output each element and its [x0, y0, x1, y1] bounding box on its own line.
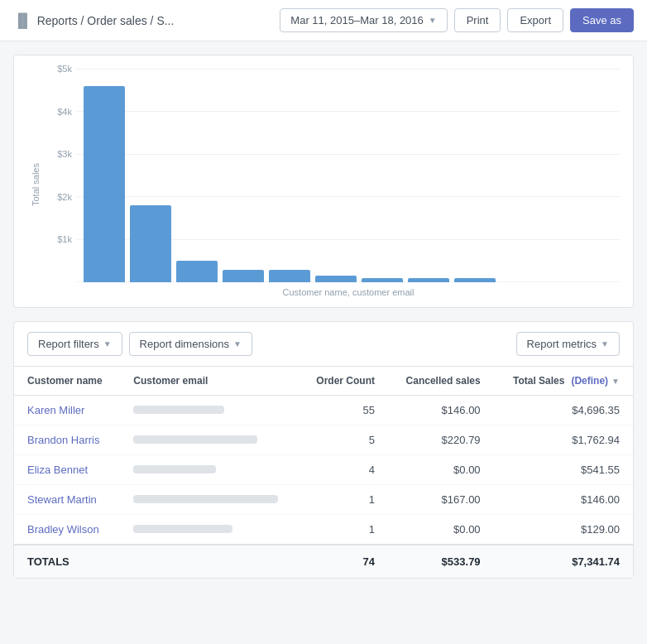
order-count-cell: 4	[300, 455, 388, 485]
bars-area	[77, 69, 620, 282]
totals-cancelled-sales: $533.79	[388, 545, 494, 578]
chart-bar	[454, 278, 496, 282]
total-sales-cell: $541.55	[494, 455, 633, 485]
data-table: Customer name Customer email Order Count…	[14, 367, 633, 578]
chevron-down-icon: ▼	[233, 339, 242, 348]
email-blur	[133, 435, 257, 444]
chart-grid: $5k $4k $3k $2k $1k	[44, 69, 620, 282]
order-count-cell: 1	[300, 485, 388, 515]
y-label-5k: $5k	[44, 64, 77, 74]
customer-email-cell	[120, 396, 299, 425]
email-blur	[133, 406, 224, 414]
chart-bar	[269, 270, 310, 282]
x-axis-label: Customer name, customer email	[44, 282, 620, 300]
email-blur	[133, 465, 216, 473]
total-sales-cell: $129.00	[494, 515, 633, 545]
save-as-button[interactable]: Save as	[570, 8, 634, 32]
table-row: Bradley Wilson1$0.00$129.00	[14, 515, 633, 545]
email-blur	[133, 525, 232, 533]
y-labels: $5k $4k $3k $2k $1k	[44, 69, 77, 282]
order-count-cell: 1	[300, 515, 388, 545]
table-row: Brandon Harris5$220.79$1,762.94	[14, 425, 633, 455]
bar-chart: Total sales $5k $4k $3k $2k $1k	[27, 69, 620, 300]
y-label-4k: $4k	[44, 107, 77, 117]
chevron-down-icon: ▼	[601, 339, 609, 348]
chevron-down-icon: ▼	[103, 339, 112, 348]
define-link[interactable]: (Define)	[571, 375, 608, 387]
cancelled-sales-cell: $0.00	[388, 515, 494, 545]
y-label-3k: $3k	[44, 149, 77, 159]
y-axis-label: Total sales	[27, 69, 44, 300]
chart-bar	[362, 278, 403, 282]
table-body: Karen Miller55$146.00$4,696.35Brandon Ha…	[14, 396, 633, 545]
report-dimensions-button[interactable]: Report dimensions ▼	[129, 332, 252, 356]
customer-email-cell	[120, 425, 299, 455]
breadcrumb: ▐▌ Reports / Order sales / S...	[13, 13, 273, 28]
report-filters-button[interactable]: Report filters ▼	[27, 332, 122, 356]
cancelled-sales-cell: $146.00	[388, 396, 494, 425]
table-row: Karen Miller55$146.00$4,696.35	[14, 396, 633, 425]
table-row: Stewart Martin1$167.00$146.00	[14, 485, 633, 515]
order-count-cell: 55	[300, 396, 388, 425]
customer-name-link[interactable]: Eliza Bennet	[27, 464, 88, 476]
chart-bar	[84, 86, 125, 282]
table-section: Report filters ▼ Report dimensions ▼ Rep…	[13, 321, 634, 579]
col-total-sales: Total Sales (Define) ▼	[494, 367, 633, 396]
col-cancelled-sales: Cancelled sales	[388, 367, 494, 396]
total-sales-cell: $146.00	[494, 485, 633, 515]
col-order-count: Order Count	[300, 367, 388, 396]
chart-bar	[408, 278, 449, 282]
customer-name-link[interactable]: Stewart Martin	[27, 493, 97, 506]
total-sales-cell: $4,696.35	[494, 396, 633, 425]
print-button[interactable]: Print	[454, 8, 501, 32]
reports-icon: ▐▌	[13, 13, 32, 28]
y-label-2k: $2k	[44, 192, 77, 202]
chart-inner: $5k $4k $3k $2k $1k	[44, 69, 620, 300]
chart-bar	[223, 270, 264, 282]
header-actions: Mar 11, 2015–Mar 18, 2016 ▼ Print Export…	[280, 8, 634, 32]
report-metrics-label: Report metrics	[527, 338, 597, 350]
total-sales-cell: $1,762.94	[494, 425, 633, 455]
cancelled-sales-cell: $167.00	[388, 485, 494, 515]
y-label-1k: $1k	[44, 234, 77, 244]
col-customer-email: Customer email	[120, 367, 299, 396]
customer-email-cell	[120, 485, 299, 515]
chart-section: Total sales $5k $4k $3k $2k $1k	[13, 55, 634, 308]
cancelled-sales-cell: $220.79	[388, 425, 494, 455]
sort-icon: ▼	[611, 377, 620, 386]
cancelled-sales-cell: $0.00	[388, 455, 494, 485]
chart-bar	[130, 205, 171, 282]
chart-bar	[176, 261, 218, 282]
report-filters-label: Report filters	[38, 338, 99, 350]
totals-order-count: 74	[300, 545, 388, 578]
table-row: Eliza Bennet4$0.00$541.55	[14, 455, 633, 485]
totals-row: TOTALS 74 $533.79 $7,341.74	[14, 545, 633, 578]
report-metrics-button[interactable]: Report metrics ▼	[516, 332, 620, 356]
chevron-down-icon: ▼	[429, 16, 437, 25]
page-header: ▐▌ Reports / Order sales / S... Mar 11, …	[0, 0, 647, 41]
customer-name-link[interactable]: Karen Miller	[27, 404, 84, 416]
table-header-row: Customer name Customer email Order Count…	[14, 367, 633, 396]
totals-label: TOTALS	[14, 545, 120, 578]
customer-email-cell	[120, 515, 299, 545]
filter-bar-right: Report metrics ▼	[516, 332, 620, 356]
date-range-label: Mar 11, 2015–Mar 18, 2016	[290, 14, 423, 26]
filter-bar: Report filters ▼ Report dimensions ▼ Rep…	[14, 322, 633, 367]
email-blur	[133, 495, 278, 503]
col-customer-name: Customer name	[14, 367, 120, 396]
customer-name-link[interactable]: Brandon Harris	[27, 434, 99, 446]
customer-email-cell	[120, 455, 299, 485]
customer-name-link[interactable]: Bradley Wilson	[27, 523, 99, 536]
export-button[interactable]: Export	[507, 8, 563, 32]
order-count-cell: 5	[300, 425, 388, 455]
totals-total-sales: $7,341.74	[494, 545, 633, 578]
filter-bar-left: Report filters ▼ Report dimensions ▼	[27, 332, 252, 356]
totals-email-empty	[120, 545, 299, 578]
report-dimensions-label: Report dimensions	[140, 338, 229, 350]
date-range-button[interactable]: Mar 11, 2015–Mar 18, 2016 ▼	[280, 8, 447, 32]
chart-bar	[315, 276, 357, 282]
